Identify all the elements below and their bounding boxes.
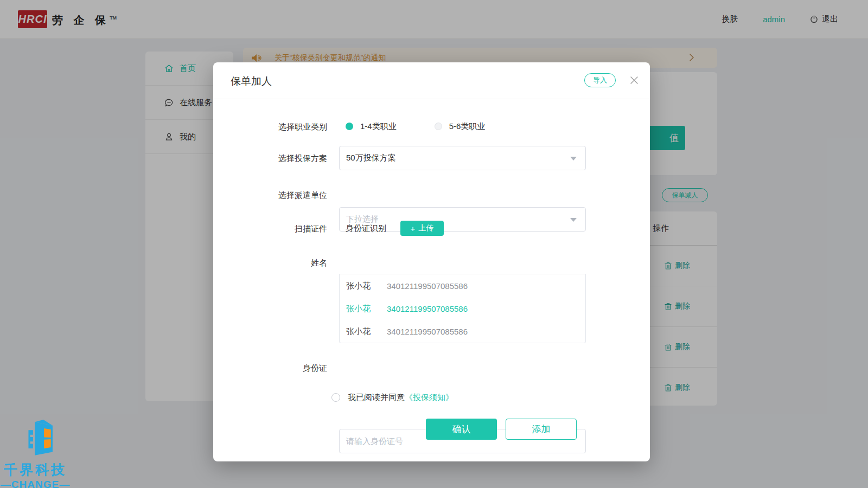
add-person-dialog: 保单加人 导入 选择职业类别 1-4类职业 5-6类职业 选择投保方案 50万投… [213,62,650,461]
close-icon [630,76,639,85]
confirm-button[interactable]: 确认 [426,419,497,440]
dialog-header: 保单加人 导入 [213,62,650,99]
close-button[interactable] [630,76,639,85]
suggestion-id: 340121199507085586 [387,327,468,336]
suggestion-item-active[interactable]: 张小花 340121199507085586 [340,297,585,320]
watermark-company: 千界科技 [0,461,71,479]
upload-button[interactable]: + 上传 [400,221,444,236]
suggestion-item[interactable]: 张小花 340121199507085586 [340,274,585,297]
change-logo-icon [25,419,61,458]
plan-label: 选择投保方案 [213,153,327,164]
plus-icon: + [411,224,416,233]
suggestion-name: 张小花 [346,304,387,314]
radio-option-1-4[interactable]: 1-4类职业 [360,121,397,132]
scan-row: 身份证识别 + 上传 [339,221,586,236]
radio-unselected-icon[interactable] [435,123,442,130]
suggestion-id: 340121199507085586 [387,304,468,313]
idcard-label: 身份证 [213,363,327,374]
suggestion-name: 张小花 [346,281,387,291]
occupation-radio-group: 1-4类职业 5-6类职业 [339,114,586,138]
vendor-watermark: 千界科技 —CHANGE— [0,419,87,488]
import-button[interactable]: 导入 [584,73,616,87]
import-label: 导入 [593,75,607,85]
agreement-text: 我已阅读并同意 [348,393,405,403]
suggestion-item[interactable]: 张小花 340121199507085586 [340,320,585,343]
add-button[interactable]: 添加 [506,419,577,440]
upload-label: 上传 [418,223,433,233]
dialog-title: 保单加人 [231,74,272,88]
name-label: 姓名 [213,258,327,268]
plan-selected-value: 50万投保方案 [346,153,396,163]
agreement-row: 我已阅读并同意 《投保须知》 [331,389,454,406]
radio-option-5-6[interactable]: 5-6类职业 [449,121,486,132]
suggestion-id: 340121199507085586 [387,281,468,291]
name-suggestion-panel: 张小花 340121199507085586 张小花 3401211995070… [339,274,586,343]
unit-label: 选择派遣单位 [213,190,327,201]
suggestion-name: 张小花 [346,326,387,337]
watermark-brand: —CHANGE— [0,479,71,488]
agreement-checkbox[interactable] [331,393,340,402]
occupation-label: 选择职业类别 [213,122,327,132]
plan-select[interactable]: 50万投保方案 [339,146,586,170]
agreement-link[interactable]: 《投保须知》 [405,393,454,403]
page: HRCI 劳 企 保TM 换肤 admin 退出 首页 [0,0,868,488]
ocr-text: 身份证识别 [346,223,386,234]
chevron-down-icon [570,157,577,160]
scan-label: 扫描证件 [213,224,327,234]
radio-selected-icon[interactable] [346,123,353,130]
